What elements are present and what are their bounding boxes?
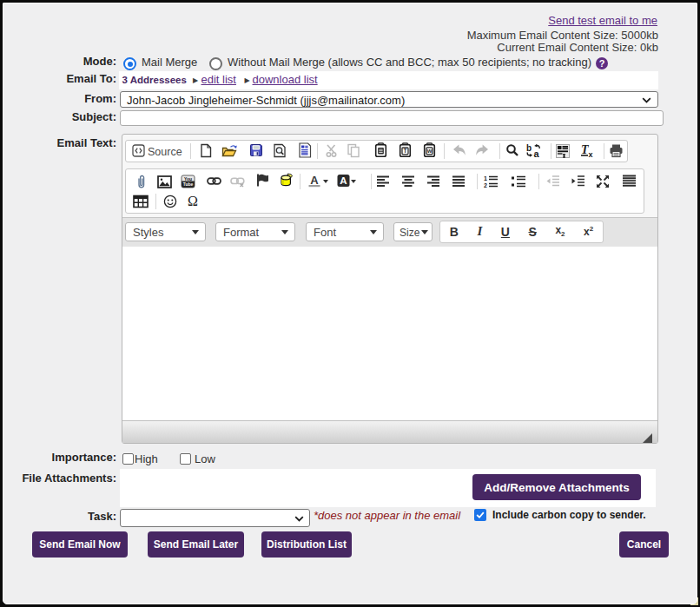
svg-text:b: b bbox=[526, 143, 532, 153]
svg-text:Tube: Tube bbox=[183, 181, 194, 187]
svg-text:T: T bbox=[404, 148, 407, 154]
svg-text:A: A bbox=[310, 174, 319, 187]
svg-text:2: 2 bbox=[484, 182, 487, 188]
svg-text:A: A bbox=[340, 175, 347, 186]
svg-text:a: a bbox=[534, 148, 540, 158]
svg-text:W: W bbox=[427, 148, 433, 154]
svg-text:1: 1 bbox=[484, 175, 487, 181]
svg-text:x: x bbox=[589, 150, 593, 159]
svg-text:You: You bbox=[184, 176, 192, 181]
